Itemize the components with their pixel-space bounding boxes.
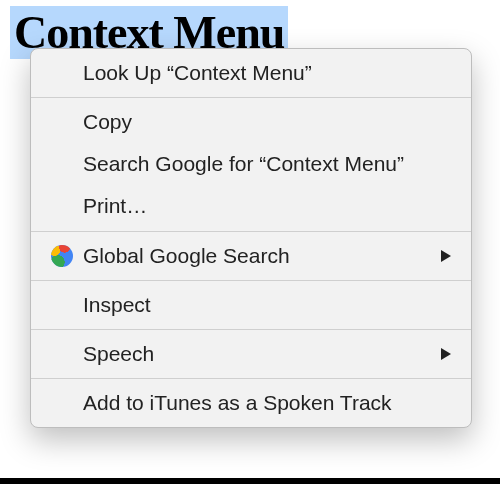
context-menu: Look Up “Context Menu” Copy Search Googl… [30,48,472,428]
menu-item-lookup[interactable]: Look Up “Context Menu” [31,49,471,97]
menu-item-label: Inspect [83,293,151,316]
menu-item-copy[interactable]: Copy [31,98,471,146]
menu-item-add-to-itunes[interactable]: Add to iTunes as a Spoken Track [31,379,471,427]
menu-item-print[interactable]: Print… [31,188,471,230]
menu-item-label: Global Google Search [83,244,290,267]
menu-item-label: Search Google for “Context Menu” [83,152,404,175]
menu-item-global-google-search[interactable]: Global Google Search [31,232,471,280]
menu-item-label: Copy [83,110,132,133]
globe-icon [51,245,73,267]
menu-item-label: Add to iTunes as a Spoken Track [83,391,392,414]
menu-item-inspect[interactable]: Inspect [31,281,471,329]
menu-item-search-google[interactable]: Search Google for “Context Menu” [31,146,471,188]
menu-item-label: Look Up “Context Menu” [83,61,312,84]
page-bottom-rule [0,478,500,484]
menu-item-label: Print… [83,194,147,217]
menu-item-label: Speech [83,342,154,365]
menu-item-speech[interactable]: Speech [31,330,471,378]
